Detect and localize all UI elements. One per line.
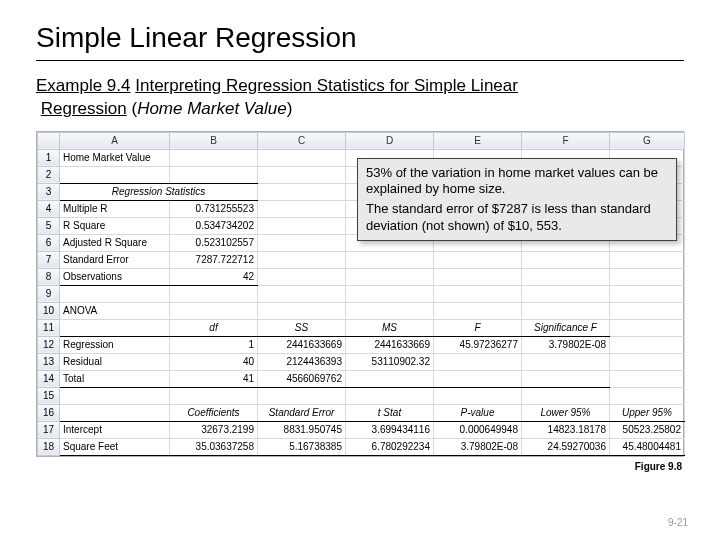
cell-b11: df [170,319,258,336]
subtitle-part1: Example 9.4 [36,76,131,95]
cell-f17: 14823.18178 [522,421,610,438]
callout-line2: The standard error of $7287 is less than… [366,201,668,234]
cell-d17: 3.699434116 [346,421,434,438]
cell-b18: 35.03637258 [170,438,258,455]
cell-d12: 2441633669 [346,336,434,353]
cell-e17: 0.000649948 [434,421,522,438]
cell-e12: 45.97236277 [434,336,522,353]
cell-e11: F [434,319,522,336]
cell-c11: SS [258,319,346,336]
cell-c13: 2124436393 [258,353,346,370]
cell-a12: Regression [60,336,170,353]
cell-f11: Significance F [522,319,610,336]
callout-line1: 53% of the variation in home market valu… [366,165,668,198]
cell-b12: 1 [170,336,258,353]
row-10: 10 [38,302,60,319]
col-G: G [610,132,685,149]
cell-c14: 4566069762 [258,370,346,387]
cell-b8: 42 [170,268,258,285]
cell-d16: t Stat [346,404,434,421]
row-1: 1 [38,149,60,166]
cell-b5: 0.534734202 [170,217,258,234]
row-11: 11 [38,319,60,336]
cell-b17: 32673.2199 [170,421,258,438]
cell-g18: 45.48004481 [610,438,685,455]
cell-f16: Lower 95% [522,404,610,421]
cell-c18: 5.16738385 [258,438,346,455]
col-E: E [434,132,522,149]
row-7: 7 [38,251,60,268]
cell-c17: 8831.950745 [258,421,346,438]
cell-a7: Standard Error [60,251,170,268]
row-5: 5 [38,217,60,234]
cell-a13: Residual [60,353,170,370]
cell-a17: Intercept [60,421,170,438]
col-F: F [522,132,610,149]
row-18: 18 [38,438,60,455]
cell-g16: Upper 95% [610,404,685,421]
cell-a14: Total [60,370,170,387]
cell-b6: 0.523102557 [170,234,258,251]
cell-a4: Multiple R [60,200,170,217]
row-8: 8 [38,268,60,285]
cell-a6: Adjusted R Square [60,234,170,251]
row-14: 14 [38,370,60,387]
cell-a8: Observations [60,268,170,285]
corner-cell [38,132,60,149]
page-title: Simple Linear Regression [36,22,684,61]
spreadsheet: A B C D E F G 1Home Market Value 2 3Regr… [36,131,684,457]
row-9: 9 [38,285,60,302]
subtitle-paren-open: ( [127,99,137,118]
cell-d11: MS [346,319,434,336]
row-12: 12 [38,336,60,353]
cell-b13: 40 [170,353,258,370]
subtitle-italic: Home Market Value [137,99,287,118]
row-16: 16 [38,404,60,421]
cell-e18: 3.79802E-08 [434,438,522,455]
cell-c16: Standard Error [258,404,346,421]
row-6: 6 [38,234,60,251]
cell-c12: 2441633669 [258,336,346,353]
cell-b16: Coefficients [170,404,258,421]
row-2: 2 [38,166,60,183]
example-subtitle: Example 9.4 Interpreting Regression Stat… [36,75,684,121]
cell-f12: 3.79802E-08 [522,336,610,353]
cell-a1: Home Market Value [60,149,170,166]
row-3: 3 [38,183,60,200]
row-17: 17 [38,421,60,438]
cell-a5: R Square [60,217,170,234]
page-number: 9-21 [668,517,688,528]
cell-d18: 6.780292234 [346,438,434,455]
col-A: A [60,132,170,149]
row-15: 15 [38,387,60,404]
cell-e16: P-value [434,404,522,421]
cell-f18: 24.59270036 [522,438,610,455]
cell-a18: Square Feet [60,438,170,455]
cell-b7: 7287.722712 [170,251,258,268]
subtitle-part2: Interpreting Regression Statistics for S… [135,76,518,95]
subtitle-paren-close: ) [287,99,293,118]
cell-g17: 50523.25802 [610,421,685,438]
col-B: B [170,132,258,149]
figure-caption: Figure 9.8 [36,461,682,472]
subtitle-part3: Regression [41,99,127,118]
cell-a3: Regression Statistics [60,183,258,200]
col-D: D [346,132,434,149]
cell-b4: 0.731255523 [170,200,258,217]
cell-d13: 53110902.32 [346,353,434,370]
cell-b14: 41 [170,370,258,387]
cell-a10: ANOVA [60,302,170,319]
col-C: C [258,132,346,149]
explanation-callout: 53% of the variation in home market valu… [357,158,677,241]
row-4: 4 [38,200,60,217]
row-13: 13 [38,353,60,370]
